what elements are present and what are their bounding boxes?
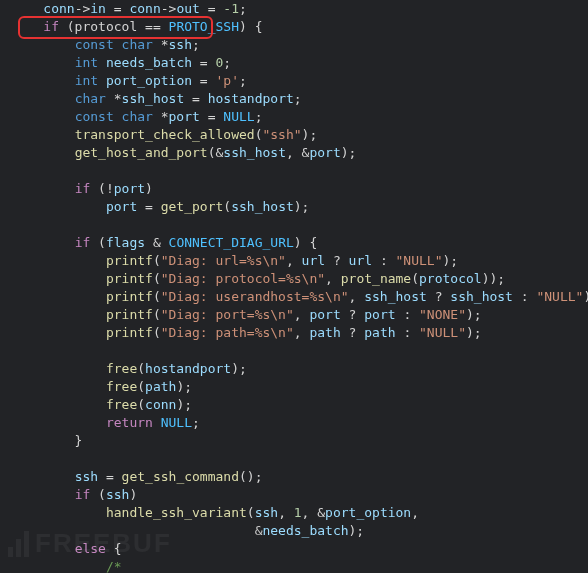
code-line: return NULL; <box>12 415 200 430</box>
code-line: printf("Diag: url=%s\n", url ? url : "NU… <box>12 253 458 268</box>
code-line: else { <box>12 541 122 556</box>
code-line: port = get_port(ssh_host); <box>12 199 309 214</box>
code-line: printf("Diag: path=%s\n", path ? path : … <box>12 325 482 340</box>
code-line: if (protocol == PROTO_SSH) { <box>12 19 263 34</box>
code-line: if (ssh) <box>12 487 137 502</box>
code-line: if (flags & CONNECT_DIAG_URL) { <box>12 235 317 250</box>
code-block: conn->in = conn->out = -1; if (protocol … <box>0 0 588 573</box>
code-line: free(conn); <box>12 397 192 412</box>
code-line: &needs_batch); <box>12 523 364 538</box>
code-line: handle_ssh_variant(ssh, 1, &port_option, <box>12 505 419 520</box>
code-line: /* <box>12 559 122 573</box>
code-line: printf("Diag: port=%s\n", port ? port : … <box>12 307 482 322</box>
code-line: get_host_and_port(&ssh_host, &port); <box>12 145 356 160</box>
code-line: int needs_batch = 0; <box>12 55 231 70</box>
code-line: transport_check_allowed("ssh"); <box>12 127 317 142</box>
code-line: ssh = get_ssh_command(); <box>12 469 262 484</box>
code-line: const char *ssh; <box>12 37 200 52</box>
code-line: const char *port = NULL; <box>12 109 262 124</box>
code-line: free(hostandport); <box>12 361 247 376</box>
code-line: printf("Diag: protocol=%s\n", prot_name(… <box>12 271 505 286</box>
code-line: conn->in = conn->out = -1; <box>12 1 247 16</box>
code-line: free(path); <box>12 379 192 394</box>
code-line: printf("Diag: userandhost=%s\n", ssh_hos… <box>12 289 588 304</box>
code-line: int port_option = 'p'; <box>12 73 247 88</box>
code-line: char *ssh_host = hostandport; <box>12 91 302 106</box>
code-line: } <box>12 433 82 448</box>
code-line: if (!port) <box>12 181 153 196</box>
